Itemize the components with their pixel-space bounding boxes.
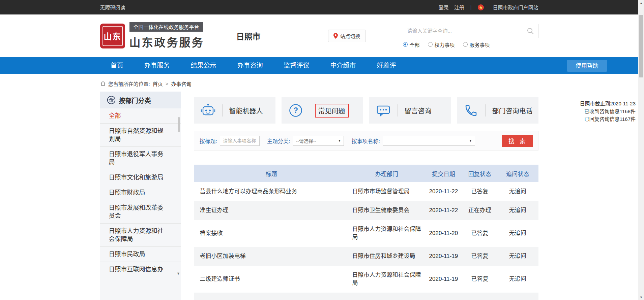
nav-item-services[interactable]: 办事服务 (134, 57, 180, 74)
cell-date: 2020-11-19 (425, 266, 462, 293)
card-divider (310, 104, 310, 116)
breadcrumb-home-link[interactable]: 首页 (153, 80, 163, 87)
filter-item-select[interactable]: ▼ (383, 136, 475, 146)
sidebar-header: 按部门分类 (100, 92, 181, 108)
search-submit-button[interactable] (523, 24, 538, 38)
cell-reply-status: 已答复 (463, 247, 497, 266)
card-divider (222, 104, 223, 116)
cell-reply-status: 已答复 (463, 266, 497, 293)
scope-radio-power[interactable]: 权力事项 (428, 41, 455, 48)
sidebar-scroll-down-icon[interactable]: ▼ (177, 271, 180, 275)
help-button[interactable]: 使用帮助 (567, 60, 607, 72)
nav-item-supervision[interactable]: 监督评议 (273, 57, 320, 74)
sidebar-item-culture-tourism[interactable]: 日照市文化和旅游局 (100, 170, 181, 185)
cell-department: 日照市人力资源和社会保障局 (349, 266, 425, 293)
filter-category-select[interactable]: --请选择-- ▼ (293, 136, 344, 146)
cell-followup-status: 无追问 (497, 182, 538, 201)
cell-title[interactable]: 二级建造师证书 (194, 266, 349, 293)
page: 无障碍阅读 登录 注册 | 日照市政府门户网站 山东 全国一体化在线政务服务平台 (0, 0, 638, 300)
table-row[interactable]: 档案接收 日照市人力资源和社会保障局 2020-11-20 已答复 无追问 (194, 220, 538, 247)
tab-department-phone[interactable]: 部门咨询电话 (457, 97, 538, 124)
portal-link[interactable]: 日照市政府门户网站 (493, 4, 538, 11)
gov-emblem-icon (477, 4, 484, 11)
question-icon: ? (282, 103, 310, 118)
tab-label: 留言咨询 (405, 106, 432, 115)
tab-leave-message[interactable]: 留言咨询 (369, 97, 451, 124)
page-scrollbar[interactable]: ▲ ▼ (638, 0, 644, 300)
tab-smart-robot[interactable]: 智能机器人 (194, 97, 275, 124)
phone-icon (457, 104, 485, 117)
sidebar-item-natural-resources[interactable]: 日照市自然资源和规划局 (100, 124, 181, 147)
cell-department: 日照市人力资源和社会保障局 (349, 220, 425, 247)
filter-search-button[interactable]: 搜 索 (502, 135, 533, 147)
search-scope-group: 全部 权力事项 服务事项 (403, 41, 538, 48)
sidebar-item-finance[interactable]: 日照市财政局 (100, 185, 181, 200)
cell-reply-status: 已答复 (463, 220, 497, 247)
sidebar-scrollbar-thumb[interactable] (178, 117, 180, 132)
cell-followup-status: 无追问 (497, 220, 538, 247)
scrollbar-thumb[interactable] (639, 15, 643, 77)
cell-title[interactable]: 老旧小区加装电梯 (194, 247, 349, 266)
filter-title-input[interactable] (220, 136, 260, 146)
keyword-search-input[interactable] (403, 24, 523, 38)
location-pin-icon (333, 33, 338, 39)
breadcrumb-current: 办事咨询 (171, 80, 191, 87)
sidebar-item-civil-affairs[interactable]: 日照市民政局 (100, 247, 181, 262)
filter-item-label: 按事项名称: (351, 137, 380, 145)
scrollbar-up-arrow-icon[interactable]: ▲ (638, 0, 644, 6)
seal-icon: 山东 (100, 24, 125, 48)
cell-reply-status: 正在办理 (463, 201, 497, 220)
cell-followup-status: 无追问 (497, 247, 538, 266)
cell-date: 2020-11-19 (425, 247, 462, 266)
scope-radio-service[interactable]: 服务事项 (463, 41, 490, 48)
site-switch-button[interactable]: 站点切换 (328, 30, 366, 42)
keyword-search (403, 24, 538, 38)
sidebar-item-development-reform[interactable]: 日照市发展和改革委员会 (100, 200, 181, 224)
main-nav: 首页 办事服务 结果公示 办事咨询 监督评议 中介超市 好差评 使用帮助 (0, 57, 638, 74)
nav-item-home[interactable]: 首页 (100, 57, 134, 74)
cell-date: 2020-11-20 (425, 220, 462, 247)
scrollbar-down-arrow-icon[interactable]: ▼ (638, 294, 644, 300)
table-row[interactable]: 老旧小区加装电梯 日照市住房和城乡建设局 2020-11-19 已答复 无追问 (194, 247, 538, 266)
nav-item-rating[interactable]: 好差评 (367, 57, 407, 74)
scope-radio-all[interactable]: 全部 (403, 41, 420, 48)
filter-bar: 按标题: 主题分类: --请选择-- ▼ 按事项名称: ▼ 搜 索 (194, 131, 538, 151)
nav-item-results[interactable]: 结果公示 (180, 57, 227, 74)
shandong-seal-logo[interactable]: 山东 全国一体化在线政务服务平台 山东政务服务 (100, 22, 204, 50)
stats-line: 已收到咨询信息1168件 (580, 107, 636, 115)
cell-title[interactable]: 准生证办理 (194, 201, 349, 220)
cell-department: 日照市市场监督管理局 (349, 182, 425, 201)
accessibility-link[interactable]: 无障碍阅读 (100, 4, 125, 11)
seal-text: 山东 (103, 26, 123, 46)
sidebar-item-human-resources[interactable]: 日照市人力资源和社会保障局 (100, 224, 181, 247)
search-icon (527, 27, 534, 35)
cell-title[interactable]: 档案接收 (194, 220, 349, 247)
nav-item-consult[interactable]: 办事咨询 (227, 57, 273, 74)
platform-badge: 全国一体化在线政务服务平台 (129, 22, 203, 32)
table-row[interactable]: 莒县什么地方可以办理商品条形码业务 日照市市场监督管理局 2020-11-22 … (194, 182, 538, 201)
message-icon (369, 104, 398, 117)
table-row[interactable]: 二级建造师证书 日照市人力资源和社会保障局 2020-11-19 已答复 无追问 (194, 266, 538, 293)
sidebar-item-all[interactable]: 全部 (100, 108, 181, 124)
sidebar-item-internet-info[interactable]: 日照市互联网信息办 (100, 262, 181, 277)
stats-line: 日照市截止到2020-11-23 (580, 100, 636, 107)
login-link[interactable]: 登录 (439, 4, 449, 11)
cell-title[interactable]: 莒县什么地方可以办理商品条形码业务 (194, 182, 349, 201)
cell-date: 2020-11-22 (425, 182, 462, 201)
home-icon (100, 81, 106, 86)
register-link[interactable]: 注册 (454, 4, 464, 11)
breadcrumb: 您当前所在的位置: 首页 > 办事咨询 (100, 78, 538, 89)
cell-date: 2020-11-22 (425, 201, 462, 220)
table-row[interactable]: 准生证办理 日照市卫生健康委员会 2020-11-22 正在办理 无追问 (194, 201, 538, 220)
radio-icon (428, 42, 433, 47)
chevron-down-icon: ▼ (338, 139, 341, 142)
tab-faq[interactable]: ? 常见问题 (282, 97, 363, 124)
stats-line: 已回复咨询信息1167件 (580, 115, 636, 123)
cell-followup-status: 无追问 (497, 266, 538, 293)
department-list: 全部 日照市自然资源和规划局 日照市退役军人事务局 日照市文化和旅游局 日照市财… (100, 108, 181, 277)
sidebar-item-veterans[interactable]: 日照市退役军人事务局 (100, 147, 181, 170)
radio-checked-icon (403, 42, 408, 47)
table-row-cutoff (194, 293, 538, 300)
consult-table: 标题 办理部门 提交日期 回复状态 追问状态 莒县什么地方可以办理商品条形码业务… (194, 165, 538, 300)
nav-item-intermediary[interactable]: 中介超市 (320, 57, 367, 74)
